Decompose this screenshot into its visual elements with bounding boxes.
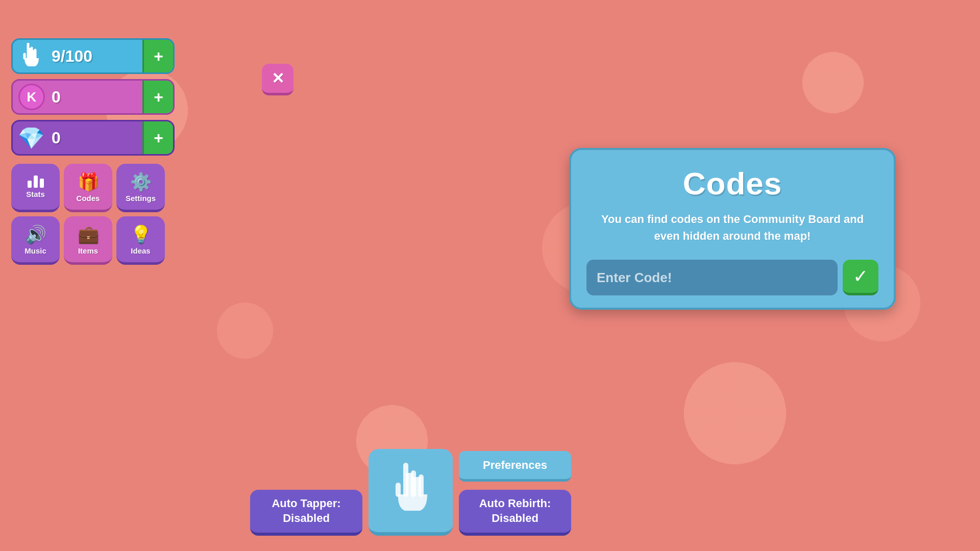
gems-resource-bar: 💎 0 + xyxy=(11,120,175,156)
briefcase-icon: 💼 xyxy=(78,224,99,244)
items-label: Items xyxy=(78,246,98,255)
auto-rebirth-button[interactable]: Auto Rebirth:Disabled xyxy=(459,490,571,536)
settings-label: Settings xyxy=(126,194,156,203)
gear-icon: ⚙️ xyxy=(130,171,152,192)
code-submit-button[interactable]: ✓ xyxy=(843,260,878,295)
taps-plus-button[interactable]: + xyxy=(142,40,173,72)
dialog-title: Codes xyxy=(586,165,878,202)
preferences-label: Preferences xyxy=(483,459,547,471)
kash-plus-button[interactable]: + xyxy=(142,81,173,113)
lightbulb-icon: 💡 xyxy=(130,224,152,244)
speaker-icon: 🔊 xyxy=(25,224,46,244)
stats-button[interactable]: Stats xyxy=(11,164,60,212)
tapper-center xyxy=(369,449,453,536)
tap-icon xyxy=(13,39,47,73)
ideas-button[interactable]: 💡 Ideas xyxy=(116,216,165,265)
kash-value: 0 xyxy=(47,88,142,107)
ideas-label: Ideas xyxy=(131,246,150,255)
checkmark-icon: ✓ xyxy=(853,266,868,287)
gems-value: 0 xyxy=(47,129,142,147)
kash-icon: K xyxy=(13,80,47,114)
tapper-main-button[interactable] xyxy=(369,449,453,536)
bottom-bar: Auto Tapper:Disabled Preferences Auto Re… xyxy=(250,449,571,536)
preferences-button[interactable]: Preferences xyxy=(459,451,571,482)
taps-value: 9/100 xyxy=(47,47,142,66)
kash-resource-bar: K 0 + xyxy=(11,79,175,115)
settings-button[interactable]: ⚙️ Settings xyxy=(116,164,165,212)
codes-dialog: Codes You can find codes on the Communit… xyxy=(569,148,896,310)
items-button[interactable]: 💼 Items xyxy=(64,216,112,265)
code-input[interactable] xyxy=(586,260,838,295)
stats-label: Stats xyxy=(26,190,45,198)
stats-icon xyxy=(28,176,44,188)
top-left-panel: 9/100 + K 0 + 💎 0 + xyxy=(11,38,175,265)
codes-button[interactable]: 🎁 Codes xyxy=(64,164,112,212)
right-stack: Preferences Auto Rebirth:Disabled xyxy=(459,451,571,536)
code-input-row: ✓ xyxy=(586,260,878,295)
music-button[interactable]: 🔊 Music xyxy=(11,216,60,265)
nav-button-grid: Stats 🎁 Codes ⚙️ Settings 🔊 Music 💼 Item… xyxy=(11,164,175,265)
gems-icon: 💎 xyxy=(13,120,47,155)
auto-tapper-button[interactable]: Auto Tapper:Disabled xyxy=(250,490,362,536)
music-label: Music xyxy=(24,246,46,255)
dialog-description: You can find codes on the Community Boar… xyxy=(586,211,878,244)
close-icon: ✕ xyxy=(272,69,284,87)
taps-resource-bar: 9/100 + xyxy=(11,38,175,74)
close-button[interactable]: ✕ xyxy=(262,64,293,95)
gems-plus-button[interactable]: + xyxy=(142,121,173,154)
auto-rebirth-label: Auto Rebirth:Disabled xyxy=(479,497,551,524)
auto-tapper-label: Auto Tapper:Disabled xyxy=(272,497,340,524)
gift-icon: 🎁 xyxy=(78,171,99,192)
codes-label: Codes xyxy=(77,194,100,203)
